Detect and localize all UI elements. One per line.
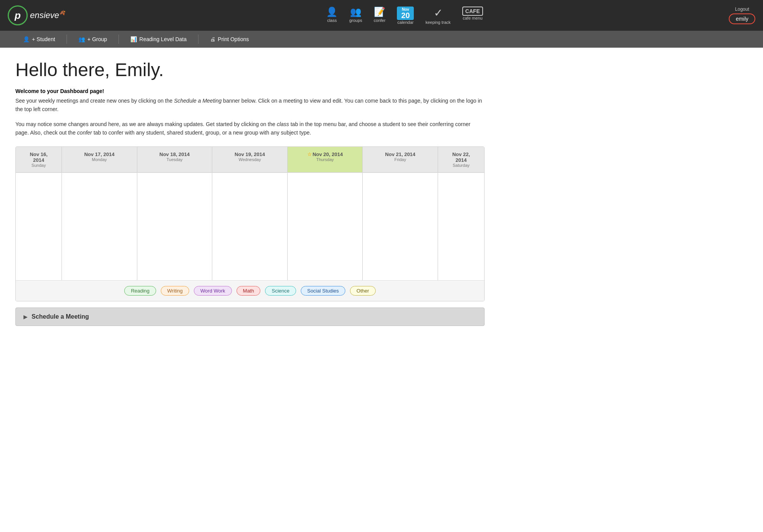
calendar-header-sunday: Nov 16,2014 Sunday	[16, 147, 62, 172]
welcome-italic-2: class	[277, 121, 289, 127]
welcome-italic-3: confer	[77, 130, 92, 136]
confer-icon: 📝	[374, 7, 385, 17]
schedule-meeting-bar[interactable]: ▶ Schedule a Meeting	[15, 308, 485, 326]
greeting-heading: Hello there, Emily.	[15, 59, 485, 80]
welcome-text-1: See your weekly meetings and create new …	[15, 98, 174, 104]
logo[interactable]: p ensieve🍂	[8, 5, 65, 25]
welcome-italic-1: Schedule a Meeting	[174, 98, 222, 104]
calendar-month: Nov	[400, 7, 411, 12]
calendar-header-monday: Nov 17, 2014 Monday	[62, 147, 137, 172]
add-group-label: + Group	[87, 36, 107, 42]
legend-wordwork[interactable]: Word Work	[194, 286, 232, 296]
nav-class[interactable]: 👤 class	[326, 7, 338, 25]
welcome-paragraph-1: See your weekly meetings and create new …	[15, 96, 485, 114]
legend-row: Reading Writing Word Work Math Science S…	[16, 280, 484, 301]
welcome-text-3: You may notice some changes around here,…	[15, 121, 277, 127]
reading-level-label: Reading Level Data	[139, 36, 187, 42]
nav-calendar[interactable]: Nov 20 calendar	[397, 7, 414, 25]
calendar-header-friday: Nov 21, 2014 Friday	[363, 147, 438, 172]
sub-navigation: 👤 + Student 👥 + Group 📊 Reading Level Da…	[0, 31, 763, 48]
add-group-button[interactable]: 👥 + Group	[67, 31, 118, 48]
keeping-track-icon: ✓	[434, 7, 443, 19]
welcome-bold: Welcome to your Dashboard page!	[15, 88, 485, 94]
welcome-section: Welcome to your Dashboard page! See your…	[15, 88, 485, 137]
nav-cafe-label: cafe menu	[463, 16, 482, 20]
welcome-text-5: tab to confer with any student, shared s…	[92, 130, 311, 136]
main-content: Hello there, Emily. Welcome to your Dash…	[0, 48, 500, 337]
logo-text: ensieve🍂	[30, 10, 65, 20]
calendar-icon-box: Nov 20	[397, 7, 414, 20]
calendar-header-tuesday: Nov 18, 2014 Tuesday	[137, 147, 213, 172]
nav-groups-label: groups	[349, 18, 362, 23]
calendar-cell-sunday[interactable]	[16, 173, 62, 280]
reading-level-icon: 📊	[130, 36, 137, 42]
nav-groups[interactable]: 👥 groups	[349, 7, 362, 25]
calendar-body	[16, 173, 484, 280]
nav-confer-label: confer	[374, 18, 386, 23]
calendar-header: Nov 16,2014 Sunday Nov 17, 2014 Monday N…	[16, 147, 484, 173]
nav-confer[interactable]: 📝 confer	[374, 7, 386, 25]
print-options-button[interactable]: 🖨 Print Options	[198, 31, 260, 48]
legend-reading[interactable]: Reading	[124, 286, 156, 296]
nav-keeping-track-label: keeping track	[425, 20, 450, 25]
print-options-label: Print Options	[218, 36, 249, 42]
calendar-cell-wednesday[interactable]	[212, 173, 288, 280]
add-student-icon: 👤	[23, 36, 30, 42]
nav-items: 👤 class 👥 groups 📝 confer Nov 20 calenda…	[80, 7, 729, 25]
legend-writing[interactable]: Writing	[161, 286, 189, 296]
calendar-cell-thursday[interactable]	[288, 173, 363, 280]
calendar-cell-tuesday[interactable]	[137, 173, 213, 280]
calendar-header-thursday: ☆Nov 20, 2014 Thursday	[288, 147, 363, 172]
logout-area: Logout emily	[729, 7, 755, 24]
calendar-header-saturday: Nov 22,2014 Saturday	[438, 147, 484, 172]
calendar-cell-monday[interactable]	[62, 173, 137, 280]
schedule-label: Schedule a Meeting	[32, 313, 89, 320]
schedule-arrow-icon: ▶	[23, 314, 28, 320]
reading-level-data-button[interactable]: 📊 Reading Level Data	[119, 31, 198, 48]
legend-social-studies[interactable]: Social Studies	[301, 286, 345, 296]
logout-label: Logout	[735, 7, 749, 12]
groups-icon: 👥	[350, 7, 362, 17]
calendar-cell-friday[interactable]	[363, 173, 438, 280]
class-icon: 👤	[326, 7, 338, 17]
nav-cafe-menu[interactable]: CAFE cafe menu	[462, 7, 483, 25]
nav-keeping-track[interactable]: ✓ keeping track	[425, 7, 450, 25]
add-student-button[interactable]: 👤 + Student	[12, 31, 67, 48]
calendar-header-wednesday: Nov 19, 2014 Wednesday	[212, 147, 288, 172]
calendar-day: 20	[400, 12, 411, 19]
legend-science[interactable]: Science	[265, 286, 296, 296]
add-group-icon: 👥	[78, 36, 85, 42]
add-student-label: + Student	[32, 36, 55, 42]
logo-circle: p	[8, 5, 28, 25]
legend-other[interactable]: Other	[350, 286, 376, 296]
legend-math[interactable]: Math	[237, 286, 261, 296]
cafe-icon-box: CAFE	[462, 7, 483, 16]
nav-class-label: class	[327, 18, 337, 23]
calendar-cell-saturday[interactable]	[438, 173, 484, 280]
welcome-paragraph-2: You may notice some changes around here,…	[15, 120, 485, 137]
top-navigation: p ensieve🍂 👤 class 👥 groups 📝 confer Nov…	[0, 0, 763, 31]
print-icon: 🖨	[210, 36, 215, 42]
calendar-grid: Nov 16,2014 Sunday Nov 17, 2014 Monday N…	[15, 146, 485, 301]
today-star: ☆	[307, 151, 312, 157]
user-badge[interactable]: emily	[729, 13, 755, 24]
nav-calendar-label: calendar	[397, 20, 413, 25]
